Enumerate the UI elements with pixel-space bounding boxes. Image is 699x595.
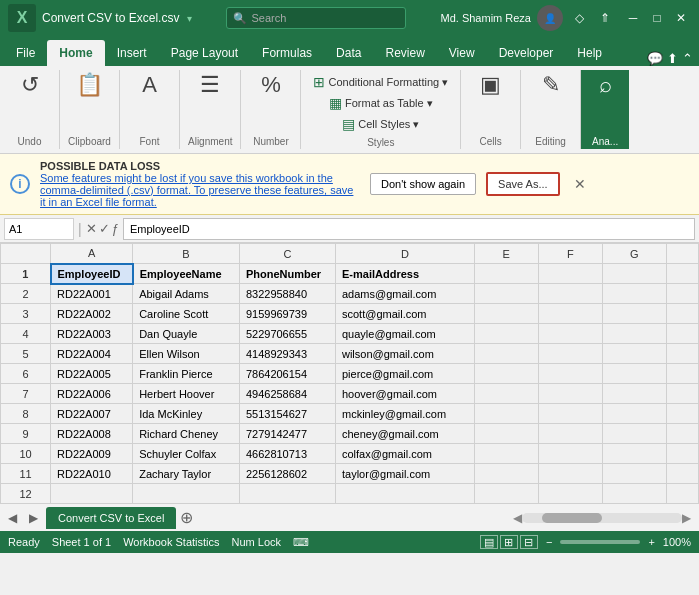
confirm-formula-icon[interactable]: ✓ [99, 221, 110, 236]
cell[interactable] [602, 364, 666, 384]
tab-insert[interactable]: Insert [105, 40, 159, 66]
maximize-button[interactable]: □ [647, 8, 667, 28]
cell[interactable]: 5513154627 [239, 404, 335, 424]
col-header-G[interactable]: G [602, 244, 666, 264]
cell[interactable] [666, 464, 698, 484]
cell[interactable]: RD22A003 [51, 324, 133, 344]
cell[interactable]: 7864206154 [239, 364, 335, 384]
zoom-minus-button[interactable]: − [546, 536, 552, 548]
cell[interactable] [538, 424, 602, 444]
cell[interactable] [538, 344, 602, 364]
col-header-D[interactable]: D [335, 244, 474, 264]
formula-input[interactable]: EmployeeID [123, 218, 695, 240]
cell[interactable] [666, 284, 698, 304]
cell[interactable] [602, 404, 666, 424]
cell[interactable]: pierce@gmail.com [335, 364, 474, 384]
tab-formulas[interactable]: Formulas [250, 40, 324, 66]
dont-show-again-button[interactable]: Don't show again [370, 173, 476, 195]
cell[interactable] [474, 384, 538, 404]
analysis-button[interactable]: ⌕ [585, 72, 625, 98]
search-box[interactable]: 🔍 Search [226, 7, 406, 29]
cell[interactable]: EmployeeID [51, 264, 133, 284]
cell[interactable]: 7279142477 [239, 424, 335, 444]
tab-data[interactable]: Data [324, 40, 373, 66]
cell[interactable]: RD22A004 [51, 344, 133, 364]
cell[interactable]: EmployeeName [133, 264, 240, 284]
cell[interactable]: cheney@gmail.com [335, 424, 474, 444]
add-sheet-button[interactable]: ⊕ [180, 508, 193, 527]
share-ribbon-icon[interactable]: ⬆ [667, 51, 678, 66]
scroll-right-button[interactable]: ▶ [682, 511, 691, 525]
cell[interactable]: Franklin Pierce [133, 364, 240, 384]
number-button[interactable]: % [251, 72, 291, 98]
spreadsheet-area[interactable]: A B C D E F G 1EmployeeIDEmployeeNamePho… [0, 243, 699, 503]
cell[interactable]: 2256128602 [239, 464, 335, 484]
cell[interactable]: 8322958840 [239, 284, 335, 304]
cell[interactable]: RD22A007 [51, 404, 133, 424]
cell[interactable]: Abigail Adams [133, 284, 240, 304]
cell[interactable]: adams@gmail.com [335, 284, 474, 304]
sheet-tab[interactable]: Convert CSV to Excel [46, 507, 176, 529]
cell[interactable] [538, 324, 602, 344]
tab-file[interactable]: File [4, 40, 47, 66]
cell[interactable]: RD22A009 [51, 444, 133, 464]
comments-icon[interactable]: 💬 [647, 51, 663, 66]
cell-styles-dropdown-icon[interactable]: ▾ [413, 118, 419, 131]
format-table-dropdown-icon[interactable]: ▾ [427, 97, 433, 110]
cell[interactable]: RD22A008 [51, 424, 133, 444]
cell[interactable] [538, 464, 602, 484]
col-header-C[interactable]: C [239, 244, 335, 264]
clipboard-button[interactable]: 📋 [70, 72, 110, 98]
tab-help[interactable]: Help [565, 40, 614, 66]
cell[interactable]: RD22A010 [51, 464, 133, 484]
cell[interactable] [239, 484, 335, 504]
cell[interactable] [666, 484, 698, 504]
normal-view-button[interactable]: ▤ [480, 535, 498, 549]
minimize-button[interactable]: ─ [623, 8, 643, 28]
horizontal-scrollbar[interactable] [522, 513, 682, 523]
cell-reference-box[interactable]: A1 [4, 218, 74, 240]
cell[interactable] [474, 264, 538, 284]
cell[interactable] [474, 324, 538, 344]
cell[interactable] [538, 284, 602, 304]
cell[interactable]: 4148929343 [239, 344, 335, 364]
cell[interactable]: wilson@gmail.com [335, 344, 474, 364]
zoom-slider[interactable] [560, 540, 640, 544]
cell[interactable] [666, 424, 698, 444]
cell[interactable] [538, 444, 602, 464]
page-break-view-button[interactable]: ⊟ [520, 535, 538, 549]
cell[interactable] [474, 304, 538, 324]
cell[interactable] [602, 444, 666, 464]
cell[interactable]: hoover@gmail.com [335, 384, 474, 404]
cell[interactable] [335, 484, 474, 504]
cell[interactable] [474, 484, 538, 504]
col-header-F[interactable]: F [538, 244, 602, 264]
col-header-H[interactable] [666, 244, 698, 264]
cell[interactable] [666, 264, 698, 284]
cell[interactable] [474, 444, 538, 464]
diamond-icon[interactable]: ◇ [569, 8, 589, 28]
cell[interactable] [602, 304, 666, 324]
cell[interactable]: Richard Cheney [133, 424, 240, 444]
undo-button[interactable]: ↺ [10, 72, 50, 98]
cell[interactable] [538, 404, 602, 424]
col-header-B[interactable]: B [133, 244, 240, 264]
tab-review[interactable]: Review [373, 40, 436, 66]
tab-view[interactable]: View [437, 40, 487, 66]
collapse-ribbon-icon[interactable]: ⌃ [682, 51, 693, 66]
cell[interactable] [666, 324, 698, 344]
font-button[interactable]: A [130, 72, 170, 98]
cell[interactable] [602, 264, 666, 284]
cell[interactable] [474, 344, 538, 364]
cell[interactable] [666, 444, 698, 464]
tab-home[interactable]: Home [47, 40, 104, 66]
cell[interactable]: PhoneNumber [239, 264, 335, 284]
page-layout-view-button[interactable]: ⊞ [500, 535, 518, 549]
cell[interactable]: Caroline Scott [133, 304, 240, 324]
cell[interactable]: Schuyler Colfax [133, 444, 240, 464]
cell[interactable] [602, 344, 666, 364]
cell[interactable]: mckinley@gmail.com [335, 404, 474, 424]
cell[interactable]: E-mailAddress [335, 264, 474, 284]
cell[interactable]: scott@gmail.com [335, 304, 474, 324]
cell[interactable]: Ellen Wilson [133, 344, 240, 364]
